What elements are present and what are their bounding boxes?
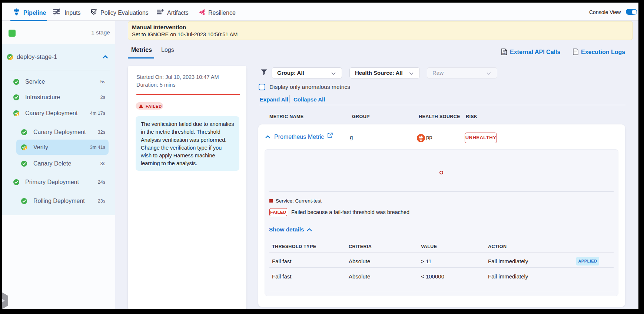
svg-text:API: API — [502, 52, 506, 54]
